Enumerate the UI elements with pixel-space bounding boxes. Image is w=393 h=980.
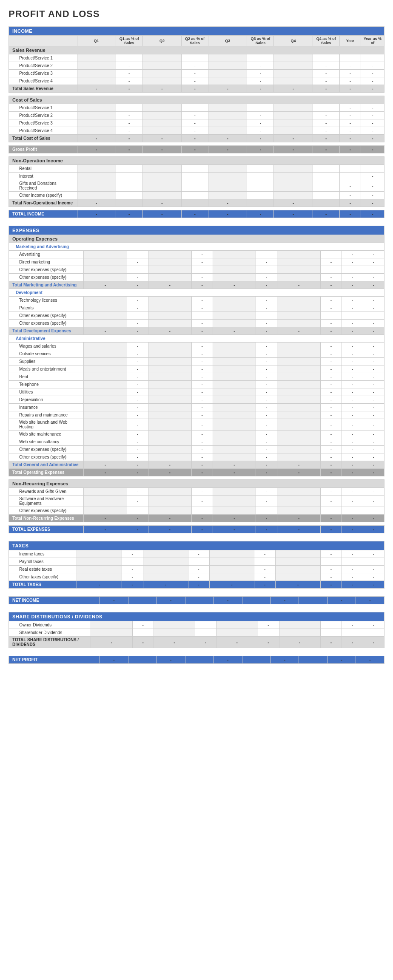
meals-label: Meals and entertainment [9,365,84,373]
total-expenses-row: TOTAL EXPENSES - - - - - - - - - - [9,526,384,533]
product1-q2[interactable] [145,55,179,61]
taxes-header: TAXES [9,541,384,550]
product2-q1[interactable] [79,63,114,68]
total-operating-row: Total Operating Expenses - - - - - - - -… [9,469,384,476]
product4-q1[interactable] [79,78,114,84]
total-operating-label: Total Operating Expenses [9,469,84,476]
total-income-row: TOTAL INCOME - - - - - - - - - - [9,210,384,218]
table-row: Other expenses (specify) - - - - - - [9,507,384,515]
owner-dividends-label: Owner Dividends [9,621,91,629]
non-recurring-label: Non-Recurring Expenses [9,480,384,488]
shareholder-dividends-row: Shareholder Dividends - - - - [9,629,384,637]
meals-row: Meals and entertainment - - - - - - [9,365,384,373]
table-row: Insurance - - - - - - [9,404,384,411]
table-row: Web site consultancy - - - - - - [9,438,384,446]
table-row: Outside services - - - - - - [9,350,384,358]
wages-row: Wages and salaries - - - - - - [9,343,384,350]
product2-q4[interactable] [276,63,310,68]
cos-product1-q3[interactable] [210,105,245,110]
table-row: Other expenses (specify) - - - - - - [9,312,384,320]
table-row: Rewards and Gifts Given - - - - - - [9,488,384,496]
product4-q3[interactable] [210,78,245,84]
product1-yearpct [361,54,384,62]
product1-q4[interactable] [276,55,310,61]
product1-q4pct [313,54,339,62]
wages-label: Wages and salaries [9,343,84,350]
table-row: Product/Service 1 [9,54,384,62]
table-row: Other expenses (specify) - - - - - - [9,266,384,274]
table-row: Repairs and maintenance - - - - - - [9,411,384,419]
total-development-row: Total Development Expenses - - - - - - -… [9,327,384,335]
table-row: Other taxes (specify) - - - - - - [9,573,384,581]
product1-q2pct [181,54,208,62]
table-row: Other expenses (specify) - - - - - - [9,453,384,461]
total-non-recurring-label: Total Non-Recurring Expenses [9,515,84,522]
total-taxes-row: TOTAL TAXES - - - - - - - - - - [9,581,384,589]
product3-q1[interactable] [79,71,114,76]
cos-product1-q1[interactable] [79,105,114,110]
table-row: Advertising - - - [9,251,384,258]
table-row: Other expenses (specify) - - - - - - [9,274,384,281]
development-label: Development [9,289,384,297]
administrative-header: Administrative [9,335,384,343]
administrative-label: Administrative [9,335,384,343]
product2-label: Product/Service 2 [9,62,77,70]
gross-profit-label: Gross Profit [9,146,77,153]
net-profit-label: NET PROFIT [9,656,100,664]
table-row: Product/Service 3 - - - - - - [9,70,384,77]
product1-year [339,54,361,62]
net-income-row: NET INCOME - - - - - - [9,597,384,604]
total-non-op-row: Total Non-Operational Income - - - - - - [9,199,384,207]
cos-product1-q4[interactable] [276,105,310,110]
product3-q3[interactable] [210,71,245,76]
product3-q4[interactable] [276,71,310,76]
product1-q1[interactable] [79,55,114,61]
table-row: Product/Service 2 - - - - - - [9,112,384,119]
cost-of-sales-header-row: Cost of Sales [9,96,384,104]
telephone-row: Telephone - - - - - - [9,381,384,388]
table-row: Gifts and Donations Received - - [9,180,384,192]
operating-expenses-header: Operating Expenses [9,235,384,243]
shareholder-dividends-label: Shareholder Dividends [9,629,91,637]
product2-q2[interactable] [145,63,179,68]
table-row: Other Income (specify) - - [9,192,384,199]
table-row: Other expenses (specify) - - - - - - [9,446,384,453]
total-cost-of-sales-row: Total Cost of Sales - - - - - - - - - - [9,135,384,142]
depreciation-row: Depreciation - - - - - - [9,396,384,404]
gross-profit-row: Gross Profit - - - - - - - - - - [9,146,384,153]
income-section: INCOME Q1 Q1 as % of Sales Q2 Q2 as % of… [9,26,384,664]
table-row: Payroll taxes - - - - - - [9,558,384,566]
page-title: PROFIT AND LOSS [9,8,384,20]
product1-q3pct [247,54,274,62]
table-row: Supplies - - - - - - [9,358,384,365]
income-header: INCOME [9,27,384,36]
table-row: Other expenses (specify) - - - - - - [9,320,384,327]
table-row: Patents - - - - - - [9,304,384,312]
product1-label: Product/Service 1 [9,54,77,62]
operating-expenses-label: Operating Expenses [9,235,384,243]
total-income-label: TOTAL INCOME [9,210,77,218]
total-share-dist-label: TOTAL SHARE DISTRIBUTIONS / DIVIDENDS [9,637,91,648]
total-taxes-label: TOTAL TAXES [9,581,77,589]
table-row: Rental - [9,165,384,173]
total-admin-row: Total General and Administrative - - - -… [9,461,384,469]
non-op-income-label: Non-Operation Income [9,157,384,165]
product4-q2[interactable] [145,78,179,84]
marketing-label: Marketing and Advertising [9,243,384,251]
product4-q4[interactable] [276,78,310,84]
expenses-header: EXPENSES [9,226,384,235]
table-row: Web site maintenance - - - - - - [9,431,384,438]
product3-q2[interactable] [145,71,179,76]
table-row: Utilities - - - - - - [9,388,384,396]
total-marketing-label: Total Marketing and Advertising [9,281,84,289]
table-row: Software and Hardware Equipments - - - -… [9,496,384,507]
table-row: Technology licenses - - - - - - [9,297,384,304]
cos-product1-q2[interactable] [145,105,179,110]
total-sales-revenue-label: Total Sales Revenue [9,85,77,93]
total-non-recurring-row: Total Non-Recurring Expenses - - - - - -… [9,515,384,522]
net-income-label: NET INCOME [9,597,100,604]
development-header: Development [9,289,384,297]
product1-q3[interactable] [210,55,245,61]
product2-q3[interactable] [210,63,245,68]
total-sales-revenue-row: Total Sales Revenue - - - - - - - - - - [9,85,384,93]
